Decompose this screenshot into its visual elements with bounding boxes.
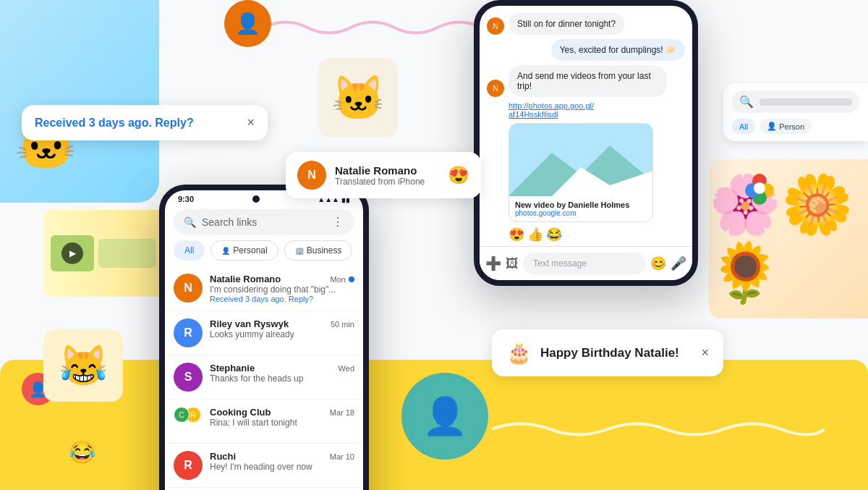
conv-msg-ruchi: Hey! I'm heading over now xyxy=(210,462,354,472)
avatar-cooking-club: C R xyxy=(174,407,203,436)
person-avatar-orange: 👤 xyxy=(224,0,271,47)
conv-name-natalie: Natalie Romano xyxy=(210,274,281,284)
cat-crying-sticker: 😹 xyxy=(43,329,123,402)
chat-image-title: New video by Danielle Holmes xyxy=(515,200,647,209)
chat-image-card[interactable]: New video by Danielle Holmes photos.goog… xyxy=(509,123,653,222)
add-attachment-icon[interactable]: ➕ xyxy=(485,255,501,271)
conv-msg-riley: Looks yummy already xyxy=(210,329,354,339)
phone-time: 9:30 xyxy=(178,195,194,203)
voice-icon[interactable]: 🎤 xyxy=(671,255,686,271)
conv-content-riley: Riley van Ryswyk 50 min Looks yummy alre… xyxy=(210,318,354,339)
natalie-name: Natalie Romano xyxy=(335,164,439,177)
conversation-cooking-club[interactable]: C R Cooking Club Mar 18 Rina: I will sta… xyxy=(165,400,363,444)
emoji-icon[interactable]: 😊 xyxy=(650,255,666,271)
conv-msg-stephanie: Thanks for the heads up xyxy=(210,373,354,384)
chat-bubble-sent-dumplings: Yes, excited for dumplings! 🥟 xyxy=(551,39,685,61)
chat-link-url: http://photos.app.goo.gl/af14HsskfIisdl xyxy=(509,101,594,119)
conv-reply-natalie[interactable]: Received 3 days ago. Reply? xyxy=(210,295,354,303)
phone-search-bar[interactable]: 🔍 Search links ⋮ xyxy=(174,209,354,235)
conversation-ruchi[interactable]: R Ruchi Mar 10 Hey! I'm heading over now xyxy=(165,444,363,488)
reaction-laughing[interactable]: 😂 xyxy=(546,227,562,242)
birthday-emoji: 🎂 xyxy=(506,341,532,365)
cat-cowboy-emoji: 🐱 xyxy=(331,72,386,124)
search-bar-fill xyxy=(760,98,852,106)
chat-bubble-received-videos: And send me videos from your last trip! xyxy=(509,65,667,97)
wavy-pink-decoration xyxy=(264,13,481,45)
chat-link[interactable]: http://photos.app.goo.gl/af14HsskfIisdl xyxy=(509,101,685,119)
chat-msg-dinner: N Still on for dinner tonight? xyxy=(487,13,685,35)
unread-indicator xyxy=(349,276,354,282)
natalie-reaction-emoji: 😍 xyxy=(448,165,469,185)
person-avatar-emoji: 👤 xyxy=(235,12,260,35)
play-button[interactable]: ▶ xyxy=(61,242,83,264)
search-tab-all[interactable]: All xyxy=(732,119,755,134)
conv-content-stephanie: Stephanie Wed Thanks for the heads up xyxy=(210,363,354,384)
chat-image-subtitle: photos.google.com xyxy=(515,209,647,217)
natalie-card: N Natalie Romano Translated from iPhone … xyxy=(286,152,481,198)
conv-name-ruchi: Ruchi xyxy=(210,451,236,462)
phone-camera xyxy=(252,195,260,203)
tab-all[interactable]: All xyxy=(174,240,205,261)
natalie-subtitle: Translated from iPhone xyxy=(335,177,439,187)
search-filter-tabs: All 👤 Person xyxy=(732,119,859,134)
conv-header-riley: Riley van Ryswyk 50 min xyxy=(210,318,354,329)
chat-input-bar: ➕ 🖼 Text message 😊 🎤 xyxy=(480,246,692,280)
person-filter-icon: 👤 xyxy=(767,122,777,131)
search-tab-person[interactable]: 👤 Person xyxy=(760,119,812,134)
tab-business-label: Business xyxy=(307,245,342,255)
chat-text-input[interactable]: Text message xyxy=(523,253,646,274)
conversation-stephanie[interactable]: S Stephanie Wed Thanks for the heads up xyxy=(165,355,363,400)
top-left-scene: 🐱 xyxy=(0,0,159,203)
conv-name-cooking: Cooking Club xyxy=(210,407,271,418)
person-avatar-teal: 👤 xyxy=(401,373,488,460)
notification-close-button[interactable]: × xyxy=(247,115,255,130)
cat-cowboy-sticker: 🐱 xyxy=(318,58,398,138)
conv-time-ruchi: Mar 10 xyxy=(330,452,354,461)
chat-avatar-small-2: N xyxy=(487,80,504,97)
birthday-close-button[interactable]: × xyxy=(701,345,709,360)
avatar-riley: R xyxy=(174,318,203,347)
conversation-natalie[interactable]: N Natalie Romano Mon I'm considering doi… xyxy=(165,266,363,311)
cat-cry-emoji: 😹 xyxy=(59,342,109,389)
tab-personal-label: Personal xyxy=(233,245,267,255)
more-options-icon[interactable]: ⋮ xyxy=(332,215,344,229)
flowers-emoji: 🌸🌼🌻 xyxy=(709,171,868,307)
conversation-riley[interactable]: R Riley van Ryswyk 50 min Looks yummy al… xyxy=(165,311,363,355)
reaction-heart-eyes[interactable]: 😍 xyxy=(509,227,524,242)
conv-msg-natalie: I'm considering doing that "big"... xyxy=(210,284,354,295)
search-icon: 🔍 xyxy=(184,216,196,228)
avatar-stephanie: S xyxy=(174,363,203,392)
image-icon[interactable]: 🖼 xyxy=(506,256,519,271)
wavy-yellow-decoration xyxy=(492,415,825,447)
birthday-card: 🎂 Happy Birthday Natalie! × xyxy=(492,329,723,376)
search-tab-all-label: All xyxy=(739,122,748,131)
chat-messages: N Still on for dinner tonight? Yes, exci… xyxy=(480,6,692,250)
tab-personal[interactable]: 👤 Personal xyxy=(210,240,278,261)
teal-avatar-emoji: 👤 xyxy=(422,395,467,437)
business-icon: 🏢 xyxy=(295,247,304,255)
tab-business[interactable]: 🏢 Business xyxy=(284,240,353,261)
birthday-text: Happy Birthday Natalie! xyxy=(540,346,692,360)
person-icon: 👤 xyxy=(221,247,230,255)
conv-content-ruchi: Ruchi Mar 10 Hey! I'm heading over now xyxy=(210,451,354,472)
chat-phone: N Still on for dinner tonight? Yes, exci… xyxy=(474,0,698,286)
chat-bubble-received-dinner: Still on for dinner tonight? xyxy=(509,13,624,35)
conv-time-riley: 50 min xyxy=(331,320,354,329)
laugh-emoji-decoration: 😂 xyxy=(69,439,95,465)
search-mini-icon: 🔍 xyxy=(739,95,754,109)
conv-content-cooking: Cooking Club Mar 18 Rina: I will start t… xyxy=(210,407,354,428)
reaction-thumbs-up[interactable]: 👍 xyxy=(527,227,543,242)
conv-name-riley: Riley van Ryswyk xyxy=(210,318,289,329)
chat-image-info: New video by Danielle Holmes photos.goog… xyxy=(509,196,652,221)
notification-text: Received 3 days ago. Reply? xyxy=(35,117,238,130)
tab-all-label: All xyxy=(184,245,194,255)
cooking-avatar-1: C xyxy=(174,407,190,423)
conv-header-ruchi: Ruchi Mar 10 xyxy=(210,451,354,462)
conv-time-stephanie: Wed xyxy=(339,364,354,373)
search-card: 🔍 All 👤 Person xyxy=(723,83,868,141)
chat-avatar-small: N xyxy=(487,17,504,35)
flowers-decoration: 🌸🌼🌻 xyxy=(709,159,868,318)
search-bar-mini[interactable]: 🔍 xyxy=(732,90,859,113)
chat-input-placeholder: Text message xyxy=(533,258,587,269)
search-input[interactable]: Search links xyxy=(202,216,326,228)
